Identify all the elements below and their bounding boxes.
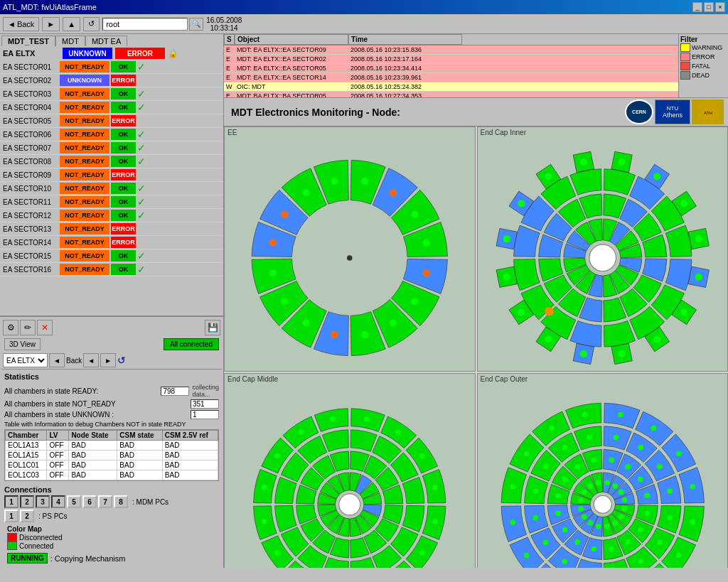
svg-point-107 [657,540,663,546]
close-button[interactable]: × [715,2,725,12]
svg-point-103 [638,445,643,451]
ps-button-1[interactable]: 1 [4,510,18,522]
up-button[interactable]: ▲ [63,17,80,31]
svg-point-99 [562,477,567,483]
sector-name: EA SECTOR16 [1,266,58,274]
mdm-button-5[interactable]: 5 [67,495,81,508]
all-connected-button[interactable]: All connected [164,338,219,350]
tab-mdt[interactable]: MDT [55,36,85,46]
address-input[interactable] [102,18,188,31]
svg-point-88 [638,477,643,483]
chambers-table-container[interactable]: Chamber LV Node State CSM state CSM 2.5V… [4,429,219,481]
sector-state-badge: NOT_READY [60,264,109,275]
svg-point-104 [657,464,663,470]
search-button[interactable]: 🔍 [189,18,203,31]
filter-box-warning [680,43,690,52]
forward-button[interactable]: ► [42,17,60,31]
log-col-s: S [224,34,235,45]
svg-point-3 [390,189,397,196]
sector-row: EA SECTOR09 NOT_READY ERROR [0,168,223,182]
svg-point-123 [676,553,682,559]
svg-point-102 [613,435,619,441]
svg-point-70 [604,480,610,486]
navigation-bar: EA ELTX ◄ Back ◄ ► ↺ [1,352,222,370]
endcap-inner-label: End Cap Inner [478,127,728,138]
3d-view-button[interactable]: 3D View [4,338,41,350]
stats-panel: Statistics All chambers in state READY: … [1,370,222,484]
tab-mdt-ea[interactable]: MDT EA [85,36,127,46]
svg-point-113 [532,515,538,521]
sector-status-badge: OK [111,88,136,99]
endcap-outer-svg [478,384,728,568]
nav-select[interactable]: EA ELTX [3,353,48,367]
running-row: RUNNING : Copying Mechanism [4,551,219,565]
filter-title: Filter [680,36,727,43]
delete-icon-button[interactable]: ✕ [37,320,53,335]
edit-icon-button[interactable]: ✏ [20,320,36,335]
mdm-button-7[interactable]: 7 [98,495,112,508]
svg-point-15 [281,211,288,218]
nav-prev-button[interactable]: ◄ [83,353,99,367]
filter-box-dead [680,71,690,80]
refresh-button[interactable]: ↺ [83,17,100,31]
unknown-value-input[interactable] [191,410,219,419]
title-bar: ATL_MDT: fwUiAtlasFrame _ □ × [0,0,728,14]
mdm-button-3[interactable]: 3 [36,495,50,508]
mdm-label: : MDM PCs [132,498,168,506]
sector-state-badge: NOT_READY [60,237,109,248]
endcap-middle-cell: End Cap Middle [224,373,476,568]
maximize-button[interactable]: □ [704,2,714,12]
col-lv: LV [47,431,69,441]
mdm-button-1[interactable]: 1 [4,495,18,508]
back-button[interactable]: ◄ Back [3,17,39,31]
svg-point-28 [695,274,702,281]
mdm-button-4[interactable]: 4 [51,495,65,508]
svg-point-64 [262,519,267,525]
svg-point-52 [589,244,616,271]
sector-row: EA SECTOR07 NOT_READY OK ✓ [0,141,223,155]
refresh-icon[interactable]: ↺ [117,355,126,366]
sector-row: EA SECTOR02 UNKNOWN ERROR [0,74,223,87]
svg-point-22 [653,173,660,180]
svg-point-46 [518,200,525,207]
svg-point-71 [612,484,618,490]
col-chamber: Chamber [6,431,47,441]
mdm-button-6[interactable]: 6 [82,495,97,508]
svg-point-79 [587,521,593,527]
nav-next-button[interactable]: ► [100,353,116,367]
sector-name: EA SECTOR02 [1,77,58,85]
mdm-button-8[interactable]: 8 [114,495,128,508]
sector-row: EA SECTOR13 NOT_READY ERROR [0,222,223,236]
svg-point-73 [621,497,627,503]
sector-row: EA SECTOR12 NOT_READY OK ✓ [0,209,223,222]
check-icon: ✓ [137,156,146,167]
svg-point-65 [262,485,267,491]
ps-label: : PS PCs [38,512,68,520]
ps-button-2[interactable]: 2 [20,510,34,522]
ee-diagram-cell: EE [224,126,476,372]
not-ready-value-input[interactable] [191,399,219,409]
ready-value-input[interactable] [161,387,189,396]
tab-mdt-test[interactable]: MDT_TEST [1,36,55,46]
table-row: EOL1A13OFFBADBADBAD [6,441,218,451]
ready-row: All chambers in state READY: collectingd… [4,384,219,398]
log-header: S Object Time [224,34,678,45]
nav-back-button[interactable]: ◄ [49,353,65,367]
settings-icon-button[interactable]: ⚙ [3,320,18,335]
sector-state-badge: NOT_READY [60,129,109,140]
svg-point-40 [518,308,525,316]
save-icon-button[interactable]: 💾 [205,320,220,335]
mdm-button-2[interactable]: 2 [20,495,34,508]
sector-state-badge: NOT_READY [60,156,109,167]
svg-point-69 [339,494,360,515]
minimize-button[interactable]: _ [692,2,702,12]
diagram-grid: EE [224,126,728,568]
svg-point-75 [619,514,624,520]
svg-point-119 [651,426,656,431]
col-node-state: Node State [69,431,117,441]
svg-point-32 [653,335,660,343]
svg-point-128 [523,553,529,559]
svg-point-67 [299,430,304,436]
svg-point-84 [587,484,593,490]
svg-point-17 [331,178,338,185]
